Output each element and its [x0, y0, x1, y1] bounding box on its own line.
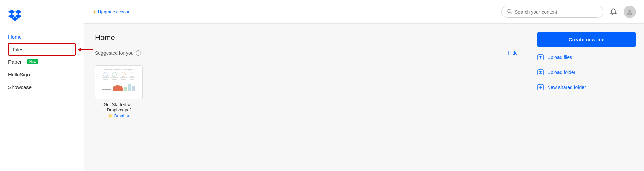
- page-title: Home: [95, 33, 518, 42]
- logo: [0, 7, 84, 31]
- bell-icon: [610, 8, 617, 16]
- sidebar-item-paper[interactable]: Paper New: [0, 56, 84, 68]
- main-area: ★ Upgrade account: [84, 0, 644, 171]
- search-icon: [507, 9, 512, 15]
- notifications-button[interactable]: [607, 5, 620, 18]
- shared-folder-icon: [537, 84, 544, 91]
- avatar-icon: [626, 8, 634, 16]
- sidebar-item-files-label: Files: [13, 46, 24, 52]
- dropbox-logo-icon: [8, 10, 22, 21]
- upload-folder-label: Upload folder: [547, 70, 575, 75]
- upload-file-icon: [537, 54, 544, 61]
- pdf-icon-item: [111, 72, 118, 80]
- search-input[interactable]: [515, 9, 598, 15]
- suggested-label: Suggested for you i: [95, 50, 141, 56]
- sidebar-item-showcase[interactable]: Showcase: [0, 81, 84, 93]
- arrow-head-icon: [78, 48, 81, 52]
- pdf-bottom-chart: [102, 84, 135, 91]
- star-icon: ★: [92, 9, 97, 15]
- sidebar-item-files[interactable]: Files: [8, 43, 76, 56]
- sidebar-item-paper-label: Paper: [8, 59, 22, 65]
- upload-folder-icon: [537, 69, 544, 76]
- svg-line-1: [511, 12, 512, 13]
- paper-new-badge: New: [27, 59, 38, 64]
- sidebar-navigation: Home Files Paper New HelloSign Showcase: [0, 31, 84, 93]
- content-main: Home Suggested for you i Hide Learn how …: [84, 24, 529, 171]
- pdf-icon-item: [102, 72, 109, 80]
- hide-link[interactable]: Hide: [508, 50, 518, 56]
- pdf-icon-item: [129, 72, 135, 80]
- sidebar-item-home[interactable]: Home: [0, 31, 84, 43]
- search-bar[interactable]: [501, 6, 603, 18]
- pdf-preview: Learn how to get started with Dropbox.: [95, 66, 142, 99]
- file-location: 📁 Dropbox: [108, 114, 130, 118]
- upload-folder-link[interactable]: Upload folder: [537, 68, 636, 77]
- files-grid: Learn how to get started with Dropbox.: [95, 65, 518, 118]
- files-selection-arrow: [78, 48, 93, 52]
- sidebar-item-showcase-label: Showcase: [8, 84, 32, 90]
- upload-files-label: Upload files: [547, 55, 572, 60]
- sidebar: Home Files Paper New HelloSign Showcase: [0, 0, 84, 171]
- info-icon[interactable]: i: [136, 50, 141, 56]
- sidebar-item-hellosign-label: HelloSign: [8, 72, 30, 77]
- user-avatar-button[interactable]: [624, 6, 636, 18]
- upgrade-account-label: Upgrade account: [98, 9, 132, 14]
- upgrade-account-link[interactable]: ★ Upgrade account: [92, 9, 132, 15]
- pdf-icon-item: [120, 72, 127, 80]
- svg-point-2: [628, 10, 631, 12]
- file-card[interactable]: Learn how to get started with Dropbox.: [95, 65, 143, 118]
- new-shared-folder-link[interactable]: New shared folder: [537, 82, 636, 92]
- sidebar-item-home-label: Home: [8, 34, 22, 40]
- header: ★ Upgrade account: [84, 0, 644, 24]
- suggested-header: Suggested for you i Hide: [95, 50, 518, 60]
- right-panel: Create new file Upload files: [529, 24, 644, 171]
- file-thumbnail: Learn how to get started with Dropbox.: [95, 65, 143, 99]
- upload-files-link[interactable]: Upload files: [537, 53, 636, 62]
- folder-icon-small: 📁: [108, 114, 113, 118]
- pdf-icons-row: [102, 72, 135, 80]
- new-shared-folder-label: New shared folder: [547, 84, 586, 90]
- arrow-line: [81, 49, 93, 50]
- file-name: Get Started w... Dropbox.pdf: [103, 102, 134, 112]
- sidebar-item-hellosign[interactable]: HelloSign: [0, 68, 84, 81]
- pdf-preview-text: Learn how to get started with Dropbox.: [104, 69, 133, 71]
- content-area: Home Suggested for you i Hide Learn how …: [84, 24, 644, 171]
- create-new-file-button[interactable]: Create new file: [537, 32, 636, 47]
